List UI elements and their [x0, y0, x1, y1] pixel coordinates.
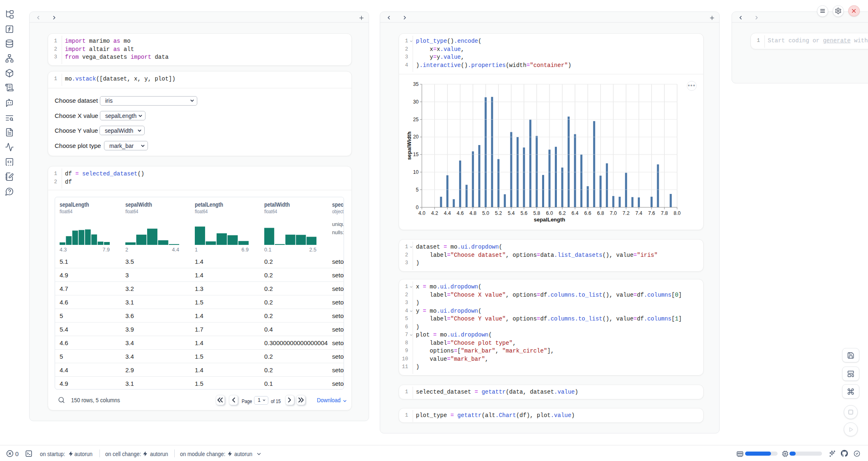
- svg-text:25: 25: [413, 117, 419, 122]
- svg-text:4.4: 4.4: [444, 210, 451, 216]
- svg-text:6.8: 6.8: [597, 210, 604, 216]
- svg-text:4.8: 4.8: [469, 210, 476, 216]
- svg-text:15: 15: [413, 152, 419, 157]
- svg-text:0: 0: [416, 205, 419, 210]
- svg-text:5.6: 5.6: [520, 210, 527, 216]
- svg-text:6.2: 6.2: [559, 210, 566, 216]
- svg-text:8.0: 8.0: [674, 210, 681, 216]
- svg-text:5: 5: [416, 187, 419, 193]
- svg-text:5.4: 5.4: [508, 210, 515, 216]
- svg-text:sepalLength: sepalLength: [534, 217, 566, 223]
- svg-text:sepalWidth: sepalWidth: [406, 131, 412, 160]
- svg-text:5.8: 5.8: [533, 210, 540, 216]
- svg-text:7.0: 7.0: [610, 210, 617, 216]
- svg-text:7.2: 7.2: [623, 210, 630, 216]
- svg-text:6.6: 6.6: [584, 210, 591, 216]
- svg-text:7.8: 7.8: [661, 210, 668, 216]
- svg-text:20: 20: [413, 134, 419, 140]
- svg-text:5.2: 5.2: [495, 210, 502, 216]
- svg-text:7.6: 7.6: [648, 210, 655, 216]
- svg-text:5.0: 5.0: [482, 210, 489, 216]
- svg-text:10: 10: [413, 169, 419, 175]
- svg-text:7.4: 7.4: [635, 210, 642, 216]
- svg-text:6.4: 6.4: [572, 210, 579, 216]
- svg-text:30: 30: [413, 99, 419, 105]
- svg-text:6.0: 6.0: [546, 210, 553, 216]
- svg-text:4.0: 4.0: [418, 210, 425, 216]
- svg-text:35: 35: [413, 81, 419, 87]
- svg-text:4.2: 4.2: [431, 210, 438, 216]
- svg-text:4.6: 4.6: [457, 210, 464, 216]
